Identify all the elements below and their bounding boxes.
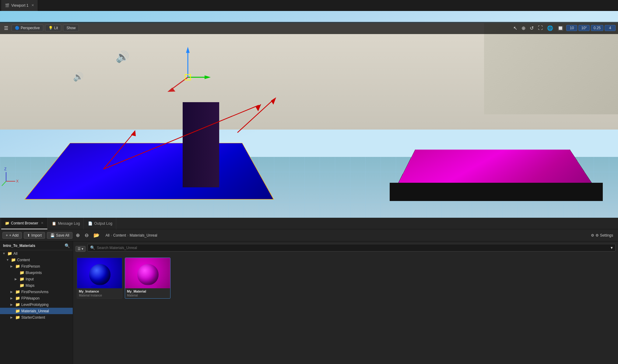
ball-container-magenta (137, 261, 159, 285)
panel-tab-bar: 📁 Content Browser ✕ 📋 Message Log 📄 Outp… (0, 218, 618, 229)
breadcrumb-sep-1: › (111, 233, 112, 237)
tree-item-firstperson[interactable]: ▶ 📁 FirstPerson (0, 263, 73, 269)
tree-item-levelprototyping[interactable]: ▶ 📁 LevelPrototyping (0, 301, 73, 308)
tree-folder-maps: 📁 (19, 283, 24, 288)
ball-container-blue (89, 261, 111, 285)
tree-item-materials-unreal[interactable]: 📁 Materials_Unreal (0, 308, 73, 314)
tree-item-content[interactable]: ▼ 📁 Content (0, 257, 73, 263)
audio-icon-1: 🔊 (116, 50, 129, 63)
view-value: 4 (605, 25, 616, 31)
viewport-area: ☰ 🔵 Perspective 💡 Lit Show ↖ ⊕ ↺ ⛶ 🌐 🔲 1… (0, 11, 618, 218)
import-icon: ⬆ (27, 233, 30, 237)
tree-folder-fpweapon: 📁 (15, 296, 20, 300)
asset-name-my-material: My_Material (125, 288, 170, 294)
content-browser-tab-close[interactable]: ✕ (41, 221, 44, 225)
tree-label-fpweapon: FPWeapon (21, 296, 40, 300)
expand-button[interactable]: ⊕ (74, 232, 81, 239)
perspective-button[interactable]: 🔵 Perspective (12, 25, 43, 31)
breadcrumb-content[interactable]: Content (113, 233, 126, 237)
tree-item-startercontent[interactable]: ▶ 📁 StarterContent (0, 314, 73, 321)
room-wall (484, 23, 618, 114)
search-input[interactable] (97, 246, 609, 250)
tree-item-fpweapon[interactable]: ▶ 📁 FPWeapon (0, 295, 73, 301)
save-all-button[interactable]: 💾 Save All (47, 232, 72, 239)
asset-type-my-instance: Material Instance (77, 294, 122, 298)
add-label: + Add (9, 233, 19, 237)
rotate-tool[interactable]: ↺ (528, 24, 535, 32)
tree-label-maps: Maps (26, 283, 34, 288)
show-button[interactable]: Show (63, 25, 79, 31)
asset-item-my-material[interactable]: My_Material Material (125, 258, 170, 299)
import-button[interactable]: ⬆ Import (24, 232, 45, 239)
tree-arrow-all: ▼ (2, 252, 6, 255)
message-log-tab[interactable]: 📋 Message Log (48, 218, 84, 229)
message-log-tab-label: Message Log (58, 221, 80, 226)
tree-label-levelprototyping: LevelPrototyping (21, 303, 48, 307)
main-tab-bar: 🎬 Viewport 1 ✕ (0, 0, 618, 11)
menu-button[interactable]: ☰ (2, 24, 10, 32)
output-log-tab[interactable]: 📄 Output Log (84, 218, 116, 229)
audio-icon-2: 🔊 (73, 72, 84, 82)
tree-item-all[interactable]: ▼ 📁 All (0, 250, 73, 257)
tree-label-materials-unreal: Materials_Unreal (21, 309, 49, 313)
lit-button[interactable]: 💡 Lit (45, 25, 61, 31)
breadcrumb-sep-2: › (127, 233, 128, 237)
output-log-tab-label: Output Log (94, 221, 112, 226)
tree-folder-blueprints: 📁 (19, 270, 24, 275)
add-button[interactable]: + + Add (2, 232, 22, 239)
collapse-button[interactable]: ⊖ (83, 232, 90, 239)
breadcrumb: All › Content › Materials_Unreal (105, 233, 157, 237)
add-icon: + (6, 233, 8, 237)
material-ball-blue (89, 264, 111, 285)
viewport-tab-close[interactable]: ✕ (31, 3, 34, 7)
breadcrumb-folder[interactable]: Materials_Unreal (130, 233, 157, 237)
tree-label-all: All (13, 251, 17, 256)
ball-disc-magenta (139, 285, 157, 288)
cb-main: Intro_To_Materials 🔍 ▼ 📁 All ▼ 📁 Content… (0, 241, 618, 364)
blue-floor (24, 143, 274, 199)
tree-item-maps[interactable]: 📁 Maps (0, 282, 73, 289)
cb-sidebar: Intro_To_Materials 🔍 ▼ 📁 All ▼ 📁 Content… (0, 241, 73, 364)
surface-snap-btn[interactable]: 🔲 (556, 24, 565, 32)
select-tool[interactable]: ↖ (512, 24, 519, 32)
ball-disc-blue (91, 285, 109, 288)
sidebar-search-button[interactable]: 🔍 (65, 243, 70, 248)
search-dropdown-icon[interactable]: ▾ (611, 245, 613, 250)
asset-type-my-material: Material (125, 294, 170, 298)
viewport-tab-icon: 🎬 (5, 3, 9, 8)
filter-button[interactable]: 📂 (92, 232, 101, 239)
world-space-btn[interactable]: 🌐 (546, 24, 555, 32)
viewport-tab[interactable]: 🎬 Viewport 1 ✕ (1, 0, 38, 11)
content-browser-tab-label: Content Browser (11, 221, 38, 225)
center-structure (183, 102, 219, 187)
scale-tool[interactable]: ⛶ (536, 24, 544, 32)
tree-item-input[interactable]: ▶ 📁 Input (0, 276, 73, 282)
tree-folder-content: 📁 (11, 258, 16, 262)
tree-item-firstpersonarms[interactable]: ▶ 📁 FirstPersonArms (0, 289, 73, 295)
content-browser-tab[interactable]: 📁 Content Browser ✕ (1, 218, 47, 229)
viewport-canvas[interactable]: 🔊 🔊 X Z (0, 11, 618, 218)
scale-value: 0.25 (591, 25, 603, 31)
assets-grid: My_Instance Material Instance My_Materia… (75, 256, 616, 300)
asset-thumb-my-material (125, 258, 170, 288)
tree-label-firstperson: FirstPerson (21, 264, 40, 269)
tree-arrow-startercontent: ▶ (10, 316, 14, 319)
settings-button[interactable]: ⚙ ⚙ Settings (588, 232, 616, 238)
lit-icon: 💡 (48, 26, 53, 30)
viewport-toolbar: ☰ 🔵 Perspective 💡 Lit Show ↖ ⊕ ↺ ⛶ 🌐 🔲 1… (0, 22, 618, 34)
move-tool[interactable]: ⊕ (520, 24, 527, 32)
tree-arrow-input: ▶ (15, 277, 18, 281)
asset-item-my-instance[interactable]: My_Instance Material Instance (77, 258, 122, 299)
save-all-label: Save All (56, 233, 69, 237)
tree-item-blueprints[interactable]: 📁 Blueprints (0, 269, 73, 276)
tree-label-input: Input (26, 277, 34, 281)
tree-arrow-fpweapon: ▶ (10, 296, 14, 300)
tree-label-blueprints: Blueprints (26, 271, 42, 275)
filter-options-button[interactable]: ☰ ▾ (75, 246, 86, 252)
breadcrumb-all[interactable]: All (105, 233, 109, 237)
message-log-tab-icon: 📋 (52, 221, 56, 226)
tree-label-startercontent: StarterContent (21, 315, 45, 320)
grid-value: 10 (566, 25, 577, 31)
tree-folder-input: 📁 (19, 277, 24, 281)
svg-marker-8 (131, 130, 136, 136)
